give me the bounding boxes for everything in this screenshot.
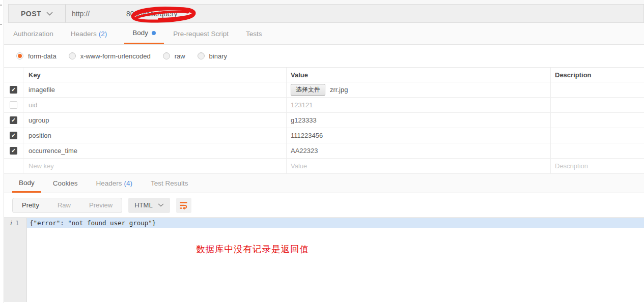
param-value[interactable]: g123333 — [291, 116, 317, 124]
param-value[interactable]: 111223456 — [291, 132, 323, 139]
row-checkbox-checked[interactable]: ✓ — [10, 147, 17, 155]
response-language-dropdown[interactable]: HTML — [128, 198, 170, 213]
param-description[interactable] — [551, 143, 644, 158]
column-header-description: Description — [551, 68, 644, 82]
radio-icon — [69, 52, 76, 59]
table-row-occurrence-time: ✓ occurrence_time AA22323 — [4, 143, 644, 159]
response-body-editor[interactable]: i 1 {"error": "not found user group"} — [4, 217, 644, 301]
form-data-table: Key Value Description ✓ imagefile 选择文件 z… — [4, 67, 644, 174]
new-value-input[interactable]: Value — [291, 162, 307, 170]
view-mode-raw[interactable]: Raw — [48, 198, 80, 213]
view-mode-preview[interactable]: Preview — [80, 198, 122, 213]
line-number: 1 — [15, 219, 19, 227]
http-method-label: POST — [21, 10, 41, 18]
param-key[interactable]: imagefile — [29, 86, 55, 94]
body-type-selector: form-data x-www-form-urlencoded raw bina… — [4, 45, 644, 67]
param-description[interactable] — [551, 128, 644, 143]
url-bar: POST http://8088/face/query — [8, 4, 644, 23]
radio-icon — [163, 52, 170, 59]
param-description[interactable] — [551, 113, 644, 128]
row-checkbox-checked[interactable]: ✓ — [10, 116, 17, 124]
editor-code-area[interactable]: {"error": "not found user group"} — [27, 218, 644, 302]
response-tab-test-results[interactable]: Test Results — [151, 174, 188, 193]
tab-tests[interactable]: Tests — [246, 23, 262, 44]
sidebar-edge-dash — [0, 24, 2, 25]
table-header-row: Key Value Description — [4, 67, 644, 82]
tab-authorization[interactable]: Authorization — [13, 23, 53, 44]
radio-binary[interactable]: binary — [198, 52, 227, 60]
param-description[interactable] — [551, 98, 644, 112]
response-headers-count-badge: (4) — [124, 179, 133, 187]
selected-file-name: zrr.jpg — [330, 86, 348, 94]
chevron-down-icon — [158, 203, 164, 207]
table-row-position: ✓ position 111223456 — [4, 128, 644, 143]
collapsed-sidebar-edge — [0, 0, 4, 303]
radio-icon — [198, 52, 205, 59]
choose-file-button[interactable]: 选择文件 — [291, 84, 325, 96]
tab-body[interactable]: Body — [124, 23, 164, 44]
http-method-dropdown[interactable]: POST — [9, 5, 66, 22]
chevron-down-icon — [46, 12, 53, 16]
response-tab-body[interactable]: Body — [12, 174, 41, 193]
radio-form-data[interactable]: form-data — [16, 52, 57, 60]
param-description[interactable] — [551, 82, 644, 97]
gutter-info-marker: i — [10, 219, 12, 227]
url-input[interactable]: http://8088/face/query — [66, 5, 643, 22]
response-language-label: HTML — [134, 201, 152, 209]
response-tab-cookies[interactable]: Cookies — [53, 174, 78, 193]
row-checkbox-checked[interactable]: ✓ — [10, 132, 17, 139]
param-value[interactable]: 123121 — [291, 101, 313, 109]
radio-x-www-form-urlencoded[interactable]: x-www-form-urlencoded — [69, 52, 151, 60]
request-tab-bar: Authorization Headers(2) Body Pre-reques… — [4, 23, 644, 45]
table-row-imagefile: ✓ imagefile 选择文件 zrr.jpg — [4, 82, 644, 98]
new-description-input[interactable]: Description — [555, 162, 588, 170]
wrap-text-button[interactable] — [176, 198, 191, 213]
sidebar-edge-dash — [0, 5, 2, 6]
column-header-value: Value — [287, 68, 551, 82]
response-toolbar: Pretty Raw Preview HTML — [4, 193, 644, 217]
param-key[interactable]: occurrence_time — [29, 147, 77, 155]
editor-gutter: i 1 — [4, 218, 27, 302]
row-checkbox-checked[interactable]: ✓ — [10, 86, 17, 94]
wrap-text-icon — [179, 200, 188, 210]
param-key[interactable]: position — [29, 132, 51, 139]
url-visible-text: 8088/face/query — [126, 10, 177, 18]
postman-window: POST http://8088/face/query Authorizatio… — [0, 0, 644, 303]
view-mode-segmented-control: Pretty Raw Preview — [12, 198, 122, 213]
table-row-ugroup: ✓ ugroup g123333 — [4, 113, 644, 128]
response-tab-headers[interactable]: Headers(4) — [96, 174, 133, 193]
headers-count-badge: (2) — [99, 30, 107, 38]
column-header-key: Key — [23, 68, 287, 82]
row-checkbox-unchecked[interactable] — [10, 101, 17, 109]
tab-headers[interactable]: Headers(2) — [71, 23, 107, 44]
red-annotation-text: 数据库中没有记录是返回值 — [196, 243, 309, 255]
response-json-line: {"error": "not found user group"} — [27, 218, 644, 228]
response-tab-bar: Body Cookies Headers(4) Test Results — [4, 174, 644, 193]
table-row-uid: uid 123121 — [4, 98, 644, 113]
param-key[interactable]: uid — [29, 101, 37, 109]
new-key-input[interactable]: New key — [29, 162, 54, 170]
request-url-bar-section: POST http://8088/face/query — [4, 0, 644, 23]
table-row-new-key: New key Value Description — [4, 159, 644, 174]
tab-pre-request-script[interactable]: Pre-request Script — [173, 23, 229, 44]
param-value[interactable]: AA22323 — [291, 147, 318, 155]
url-covered-prefix: http:// — [72, 10, 90, 18]
radio-raw[interactable]: raw — [163, 52, 185, 60]
param-key[interactable]: ugroup — [29, 116, 49, 124]
radio-selected-icon — [16, 52, 23, 59]
view-mode-pretty[interactable]: Pretty — [13, 198, 48, 213]
body-unsaved-dot-icon — [152, 31, 156, 35]
